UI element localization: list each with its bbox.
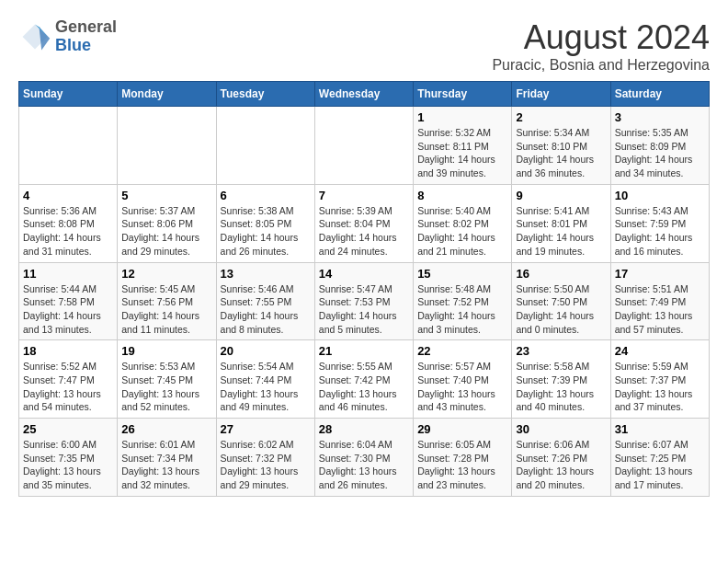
day-info: Sunrise: 5:32 AMSunset: 8:11 PMDaylight:…	[417, 126, 507, 180]
day-number: 26	[121, 422, 211, 436]
day-number: 30	[516, 422, 606, 436]
day-number: 15	[417, 267, 507, 281]
day-info: Sunrise: 5:51 AMSunset: 7:49 PMDaylight:…	[615, 282, 705, 337]
calendar-week-1: 1Sunrise: 5:32 AMSunset: 8:11 PMDaylight…	[19, 107, 710, 185]
col-header-monday: Monday	[118, 82, 216, 107]
logo: General Blue	[18, 18, 117, 55]
calendar-cell: 10Sunrise: 5:43 AMSunset: 7:59 PMDayligh…	[610, 184, 709, 262]
logo-icon	[18, 20, 51, 53]
day-info: Sunrise: 5:34 AMSunset: 8:10 PMDaylight:…	[516, 126, 606, 180]
calendar-cell: 7Sunrise: 5:39 AMSunset: 8:04 PMDaylight…	[314, 184, 413, 262]
day-info: Sunrise: 6:04 AMSunset: 7:30 PMDaylight:…	[319, 438, 409, 492]
calendar-week-4: 18Sunrise: 5:52 AMSunset: 7:47 PMDayligh…	[19, 340, 710, 419]
calendar-table: SundayMondayTuesdayWednesdayThursdayFrid…	[18, 81, 710, 497]
day-info: Sunrise: 5:52 AMSunset: 7:47 PMDaylight:…	[23, 360, 113, 414]
calendar-cell: 29Sunrise: 6:05 AMSunset: 7:28 PMDayligh…	[414, 419, 512, 497]
col-header-wednesday: Wednesday	[314, 82, 413, 107]
calendar-cell: 12Sunrise: 5:45 AMSunset: 7:56 PMDayligh…	[118, 262, 216, 340]
day-number: 14	[319, 267, 409, 281]
day-number: 6	[221, 189, 311, 202]
day-info: Sunrise: 5:59 AMSunset: 7:37 PMDaylight:…	[615, 360, 705, 414]
day-number: 13	[221, 267, 311, 281]
calendar-header-row: SundayMondayTuesdayWednesdayThursdayFrid…	[19, 82, 710, 107]
day-info: Sunrise: 5:54 AMSunset: 7:44 PMDaylight:…	[221, 360, 311, 414]
day-number: 11	[23, 267, 113, 281]
day-number: 3	[615, 110, 705, 124]
day-number: 29	[417, 422, 507, 436]
day-info: Sunrise: 5:57 AMSunset: 7:40 PMDaylight:…	[417, 360, 507, 414]
day-info: Sunrise: 6:07 AMSunset: 7:25 PMDaylight:…	[615, 438, 705, 492]
day-number: 5	[121, 189, 211, 202]
logo-blue: Blue	[55, 36, 91, 54]
calendar-cell: 8Sunrise: 5:40 AMSunset: 8:02 PMDaylight…	[414, 184, 512, 262]
day-number: 23	[516, 344, 606, 358]
calendar-cell: 3Sunrise: 5:35 AMSunset: 8:09 PMDaylight…	[610, 107, 709, 185]
calendar-cell: 21Sunrise: 5:55 AMSunset: 7:42 PMDayligh…	[314, 340, 413, 419]
day-number: 8	[417, 189, 507, 202]
page-header: General Blue August 2024 Puracic, Bosnia…	[18, 18, 710, 74]
day-info: Sunrise: 5:44 AMSunset: 7:58 PMDaylight:…	[23, 282, 113, 337]
calendar-week-3: 11Sunrise: 5:44 AMSunset: 7:58 PMDayligh…	[19, 262, 710, 340]
calendar-week-5: 25Sunrise: 6:00 AMSunset: 7:35 PMDayligh…	[19, 419, 710, 497]
day-info: Sunrise: 6:02 AMSunset: 7:32 PMDaylight:…	[221, 438, 311, 492]
day-info: Sunrise: 6:00 AMSunset: 7:35 PMDaylight:…	[23, 438, 113, 492]
calendar-cell: 11Sunrise: 5:44 AMSunset: 7:58 PMDayligh…	[19, 262, 118, 340]
month-title: August 2024	[492, 18, 710, 57]
col-header-saturday: Saturday	[610, 82, 709, 107]
calendar-cell: 15Sunrise: 5:48 AMSunset: 7:52 PMDayligh…	[414, 262, 512, 340]
day-number: 22	[417, 344, 507, 358]
calendar-cell: 31Sunrise: 6:07 AMSunset: 7:25 PMDayligh…	[610, 419, 709, 497]
day-number: 2	[516, 110, 606, 124]
day-number: 28	[319, 422, 409, 436]
calendar-cell: 30Sunrise: 6:06 AMSunset: 7:26 PMDayligh…	[512, 419, 610, 497]
col-header-sunday: Sunday	[19, 82, 118, 107]
calendar-cell: 23Sunrise: 5:58 AMSunset: 7:39 PMDayligh…	[512, 340, 610, 419]
calendar-cell	[216, 107, 314, 185]
calendar-cell: 28Sunrise: 6:04 AMSunset: 7:30 PMDayligh…	[314, 419, 413, 497]
day-info: Sunrise: 6:01 AMSunset: 7:34 PMDaylight:…	[121, 438, 211, 492]
day-info: Sunrise: 5:45 AMSunset: 7:56 PMDaylight:…	[121, 282, 211, 337]
day-number: 21	[319, 344, 409, 358]
calendar-cell: 17Sunrise: 5:51 AMSunset: 7:49 PMDayligh…	[610, 262, 709, 340]
day-info: Sunrise: 5:36 AMSunset: 8:08 PMDaylight:…	[23, 204, 113, 259]
day-number: 12	[121, 267, 211, 281]
calendar-cell: 13Sunrise: 5:46 AMSunset: 7:55 PMDayligh…	[216, 262, 314, 340]
calendar-cell	[118, 107, 216, 185]
calendar-cell: 19Sunrise: 5:53 AMSunset: 7:45 PMDayligh…	[118, 340, 216, 419]
calendar-cell: 20Sunrise: 5:54 AMSunset: 7:44 PMDayligh…	[216, 340, 314, 419]
day-info: Sunrise: 6:06 AMSunset: 7:26 PMDaylight:…	[516, 438, 606, 492]
calendar-cell: 5Sunrise: 5:37 AMSunset: 8:06 PMDaylight…	[118, 184, 216, 262]
day-number: 24	[615, 344, 705, 358]
calendar-cell: 1Sunrise: 5:32 AMSunset: 8:11 PMDaylight…	[414, 107, 512, 185]
day-info: Sunrise: 5:43 AMSunset: 7:59 PMDaylight:…	[615, 204, 705, 259]
calendar-cell: 18Sunrise: 5:52 AMSunset: 7:47 PMDayligh…	[19, 340, 118, 419]
calendar-cell: 4Sunrise: 5:36 AMSunset: 8:08 PMDaylight…	[19, 184, 118, 262]
calendar-cell: 16Sunrise: 5:50 AMSunset: 7:50 PMDayligh…	[512, 262, 610, 340]
day-info: Sunrise: 5:35 AMSunset: 8:09 PMDaylight:…	[615, 126, 705, 180]
calendar-cell: 9Sunrise: 5:41 AMSunset: 8:01 PMDaylight…	[512, 184, 610, 262]
day-number: 20	[221, 344, 311, 358]
day-info: Sunrise: 5:58 AMSunset: 7:39 PMDaylight:…	[516, 360, 606, 414]
day-number: 27	[221, 422, 311, 436]
calendar-cell: 22Sunrise: 5:57 AMSunset: 7:40 PMDayligh…	[414, 340, 512, 419]
day-number: 4	[23, 189, 113, 202]
title-block: August 2024 Puracic, Bosnia and Herzegov…	[492, 18, 710, 74]
day-number: 19	[121, 344, 211, 358]
day-number: 18	[23, 344, 113, 358]
calendar-cell: 6Sunrise: 5:38 AMSunset: 8:05 PMDaylight…	[216, 184, 314, 262]
day-info: Sunrise: 5:40 AMSunset: 8:02 PMDaylight:…	[417, 204, 507, 259]
day-number: 10	[615, 189, 705, 202]
col-header-thursday: Thursday	[414, 82, 512, 107]
calendar-cell: 2Sunrise: 5:34 AMSunset: 8:10 PMDaylight…	[512, 107, 610, 185]
day-info: Sunrise: 5:38 AMSunset: 8:05 PMDaylight:…	[221, 204, 311, 259]
day-info: Sunrise: 5:41 AMSunset: 8:01 PMDaylight:…	[516, 204, 606, 259]
location: Puracic, Bosnia and Herzegovina	[492, 57, 710, 74]
day-number: 16	[516, 267, 606, 281]
day-info: Sunrise: 6:05 AMSunset: 7:28 PMDaylight:…	[417, 438, 507, 492]
day-info: Sunrise: 5:53 AMSunset: 7:45 PMDaylight:…	[121, 360, 211, 414]
calendar-cell: 14Sunrise: 5:47 AMSunset: 7:53 PMDayligh…	[314, 262, 413, 340]
day-number: 1	[417, 110, 507, 124]
calendar-cell	[19, 107, 118, 185]
day-info: Sunrise: 5:39 AMSunset: 8:04 PMDaylight:…	[319, 204, 409, 259]
calendar-cell: 24Sunrise: 5:59 AMSunset: 7:37 PMDayligh…	[610, 340, 709, 419]
